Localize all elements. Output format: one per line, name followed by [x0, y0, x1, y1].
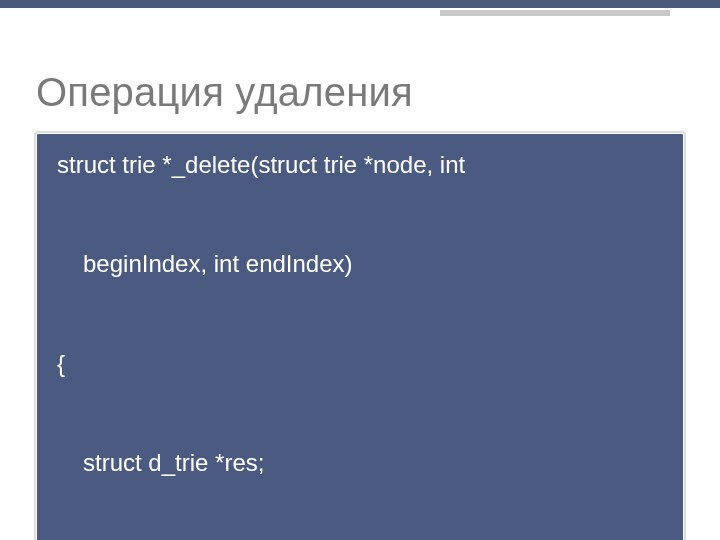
code-line: struct trie *_delete(struct trie *node, … [57, 148, 663, 181]
slide-title: Операция удаления [36, 70, 684, 115]
slide-body: Операция удаления struct trie *_delete(s… [0, 0, 720, 540]
code-block: struct trie *_delete(struct trie *node, … [36, 133, 684, 540]
code-line: { [57, 347, 663, 380]
code-line: struct d_trie *res; [57, 380, 663, 540]
code-line: beginIndex, int endIndex) [57, 181, 663, 347]
